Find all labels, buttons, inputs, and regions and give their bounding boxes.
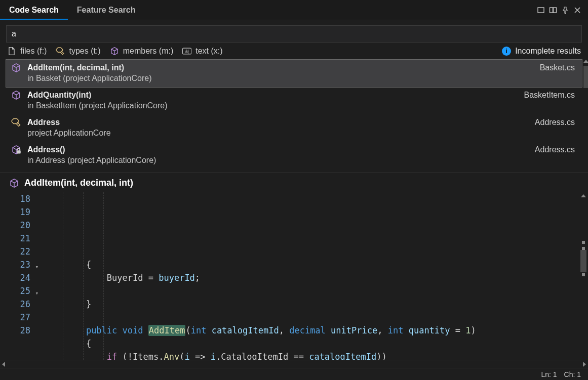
filter-label: members (m:) bbox=[123, 47, 174, 56]
result-file: BasketItem.cs bbox=[524, 91, 577, 100]
line-number: 25▾ bbox=[0, 284, 37, 298]
line-number: 21 bbox=[0, 232, 37, 245]
filter-files[interactable]: files (f:) bbox=[7, 47, 47, 56]
result-secondary: project ApplicationCore bbox=[27, 128, 577, 138]
code-editor[interactable]: 181920212223▾2425▾262728 { BuyerId = buy… bbox=[0, 192, 588, 360]
tab-feature-search[interactable]: Feature Search bbox=[68, 0, 145, 20]
member-icon bbox=[9, 178, 19, 188]
svg-rect-3 bbox=[538, 8, 544, 13]
result-primary: Address() bbox=[27, 145, 532, 154]
filter-row: files (f:) types (t:) members (m:) text … bbox=[0, 46, 588, 59]
tab-code-search[interactable]: Code Search bbox=[0, 0, 68, 20]
code-line[interactable]: { bbox=[45, 337, 579, 350]
dock-split-icon[interactable] bbox=[547, 5, 559, 16]
line-number: 20 bbox=[0, 219, 37, 232]
result-secondary: in Address (project ApplicationCore) bbox=[27, 155, 577, 165]
close-icon[interactable] bbox=[572, 5, 583, 16]
class-icon bbox=[56, 47, 65, 56]
tab-label: Code Search bbox=[9, 6, 59, 15]
preview-header: AddItem(int, decimal, int) bbox=[0, 172, 588, 192]
preview-title: AddItem(int, decimal, int) bbox=[24, 178, 133, 188]
status-bar: Ln: 1 Ch: 1 bbox=[0, 368, 588, 380]
cube-lock-icon bbox=[11, 145, 21, 155]
search-input[interactable] bbox=[6, 25, 582, 43]
filter-members[interactable]: members (m:) bbox=[110, 47, 174, 56]
result-primary: Address bbox=[27, 118, 532, 127]
code-line[interactable] bbox=[45, 311, 579, 324]
status-line: Ln: 1 bbox=[541, 370, 557, 378]
line-number: 27 bbox=[0, 311, 37, 324]
info-icon: i bbox=[502, 47, 511, 56]
editor-vertical-scrollbar[interactable] bbox=[579, 192, 588, 360]
result-primary: AddItem(int, decimal, int) bbox=[27, 63, 537, 72]
status-char: Ch: 1 bbox=[564, 370, 581, 378]
file-icon bbox=[7, 47, 16, 56]
result-file: Address.cs bbox=[535, 118, 577, 127]
cube-icon bbox=[11, 63, 21, 73]
editor-gutter: 181920212223▾2425▾262728 bbox=[0, 192, 43, 360]
svg-rect-4 bbox=[550, 8, 553, 13]
result-primary: AddQuantity(int) bbox=[27, 91, 521, 100]
code-line[interactable]: BuyerId = buyerId; bbox=[45, 271, 579, 284]
result-file: Address.cs bbox=[535, 145, 577, 154]
line-number: 22 bbox=[0, 245, 37, 258]
member-icon bbox=[110, 47, 119, 56]
result-item[interactable]: Address() Address.cs in Address (project… bbox=[6, 142, 582, 169]
text-icon bbox=[182, 47, 191, 56]
result-secondary: in Basket (project ApplicationCore) bbox=[27, 73, 577, 83]
tab-bar: Code Search Feature Search bbox=[0, 0, 588, 20]
line-number: 26 bbox=[0, 298, 37, 311]
line-number: 24 bbox=[0, 271, 37, 284]
svg-rect-5 bbox=[554, 8, 557, 13]
code-line[interactable]: } bbox=[45, 298, 579, 311]
classhex-icon bbox=[11, 117, 21, 128]
result-file: Basket.cs bbox=[540, 63, 577, 72]
code-line[interactable]: { bbox=[45, 258, 579, 271]
dock-single-icon[interactable] bbox=[535, 5, 546, 16]
pin-icon[interactable] bbox=[560, 5, 571, 16]
filter-label: files (f:) bbox=[20, 47, 47, 56]
cube-icon bbox=[11, 90, 21, 100]
line-number: 28 bbox=[0, 324, 37, 337]
code-line[interactable]: if (!Items.Any(i => i.CatalogItemId == c… bbox=[45, 350, 579, 360]
tab-label: Feature Search bbox=[77, 6, 136, 15]
line-number: 18 bbox=[0, 192, 37, 205]
result-item[interactable]: Address Address.cs project ApplicationCo… bbox=[6, 114, 582, 142]
results-list: AddItem(int, decimal, int) Basket.cs in … bbox=[6, 60, 582, 169]
editor-horizontal-scrollbar[interactable] bbox=[0, 360, 588, 368]
filter-label: text (x:) bbox=[195, 47, 222, 56]
line-number: 19 bbox=[0, 205, 37, 219]
line-number: 23▾ bbox=[0, 258, 37, 271]
result-item[interactable]: AddQuantity(int) BasketItem.cs in Basket… bbox=[6, 87, 582, 114]
incomplete-label: Incomplete results bbox=[515, 47, 581, 56]
filter-label: types (t:) bbox=[69, 47, 100, 56]
result-item[interactable]: AddItem(int, decimal, int) Basket.cs in … bbox=[6, 60, 582, 87]
search-row bbox=[0, 20, 588, 46]
incomplete-results: i Incomplete results bbox=[502, 47, 581, 56]
filter-text[interactable]: text (x:) bbox=[182, 47, 222, 56]
code-line[interactable] bbox=[45, 284, 579, 298]
results-scrollbar[interactable] bbox=[583, 60, 588, 88]
filter-types[interactable]: types (t:) bbox=[56, 47, 100, 56]
result-secondary: in BasketItem (project ApplicationCore) bbox=[27, 100, 577, 110]
editor-code[interactable]: { BuyerId = buyerId; } public void AddIt… bbox=[43, 192, 579, 360]
code-line[interactable]: public void AddItem(int catalogItemId, d… bbox=[45, 324, 579, 337]
